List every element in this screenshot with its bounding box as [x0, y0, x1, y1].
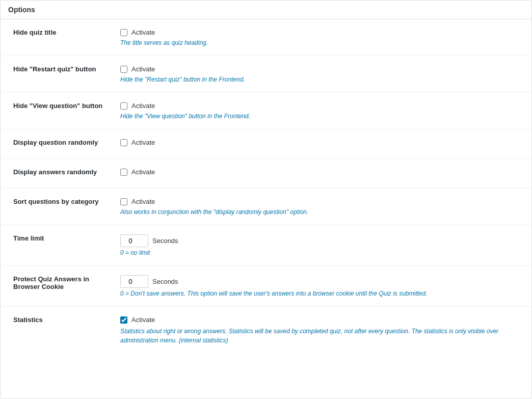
table-row: Display answers randomlyActivate — [1, 159, 531, 189]
control-cell-hide-view-question-button: ActivateHide the "View question" button … — [113, 93, 531, 129]
checkbox-display-question-randomly[interactable] — [120, 139, 127, 146]
checkbox-row-sort-questions-by-category: Activate — [120, 198, 524, 205]
checkbox-display-answers-randomly[interactable] — [120, 169, 127, 176]
checkbox-label-sort-questions-by-category: Activate — [131, 198, 155, 205]
number-input-protect-quiz-answers[interactable] — [120, 275, 148, 288]
control-cell-display-answers-randomly: Activate — [113, 159, 531, 189]
label-cell-sort-questions-by-category: Sort questions by category — [1, 189, 113, 225]
hint-text-protect-quiz-answers: 0 = Don't save answers. This option will… — [120, 290, 524, 297]
checkbox-label-display-question-randomly: Activate — [131, 139, 155, 146]
hint-text-sort-questions-by-category: Also works in conjunction with the "disp… — [120, 208, 524, 216]
options-table: Hide quiz titleActivateThe title serves … — [1, 19, 531, 354]
checkbox-row-display-answers-randomly: Activate — [120, 168, 524, 176]
table-row: Protect Quiz Answers in Browser CookieSe… — [1, 266, 531, 307]
control-cell-display-question-randomly: Activate — [113, 129, 531, 159]
hint-text-time-limit: 0 = no limit — [120, 249, 524, 256]
checkbox-label-statistics: Activate — [131, 316, 155, 324]
checkbox-label-hide-restart-button: Activate — [131, 65, 155, 73]
panel-title: Options — [8, 6, 35, 14]
checkbox-row-statistics: Activate — [120, 316, 524, 324]
checkbox-hide-view-question-button[interactable] — [120, 102, 127, 110]
label-cell-statistics: Statistics — [1, 307, 113, 355]
table-row: Time limitSeconds0 = no limit — [1, 225, 531, 266]
label-cell-hide-quiz-title: Hide quiz title — [1, 19, 113, 56]
control-cell-hide-quiz-title: ActivateThe title serves as quiz heading… — [113, 19, 531, 56]
label-cell-display-question-randomly: Display question randomly — [1, 129, 113, 159]
checkbox-label-hide-quiz-title: Activate — [131, 29, 155, 36]
checkbox-label-display-answers-randomly: Activate — [131, 168, 155, 176]
control-cell-protect-quiz-answers: Seconds0 = Don't save answers. This opti… — [113, 266, 531, 307]
table-row: StatisticsActivateStatistics about right… — [1, 307, 531, 355]
checkbox-label-hide-view-question-button: Activate — [131, 102, 155, 110]
checkbox-hide-restart-button[interactable] — [120, 66, 127, 73]
checkbox-row-display-question-randomly: Activate — [120, 139, 524, 146]
table-row: Display question randomlyActivate — [1, 129, 531, 159]
options-panel: Options Hide quiz titleActivateThe title… — [0, 0, 532, 399]
checkbox-statistics[interactable] — [120, 316, 127, 324]
checkbox-row-hide-restart-button: Activate — [120, 65, 524, 73]
table-row: Hide "View question" buttonActivateHide … — [1, 93, 531, 129]
label-cell-hide-view-question-button: Hide "View question" button — [1, 93, 113, 129]
checkbox-sort-questions-by-category[interactable] — [120, 198, 127, 205]
table-row: Sort questions by categoryActivateAlso w… — [1, 189, 531, 225]
hint-text-hide-restart-button: Hide the "Restart quiz" button in the Fr… — [120, 76, 524, 83]
control-cell-time-limit: Seconds0 = no limit — [113, 225, 531, 266]
control-cell-statistics: ActivateStatistics about right or wrong … — [113, 307, 531, 355]
input-row-protect-quiz-answers: Seconds — [120, 275, 524, 288]
label-cell-hide-restart-button: Hide "Restart quiz" button — [1, 56, 113, 93]
table-row: Hide quiz titleActivateThe title serves … — [1, 19, 531, 56]
checkbox-row-hide-quiz-title: Activate — [120, 29, 524, 36]
number-input-time-limit[interactable] — [120, 234, 148, 247]
table-row: Hide "Restart quiz" buttonActivateHide t… — [1, 56, 531, 93]
control-cell-hide-restart-button: ActivateHide the "Restart quiz" button i… — [113, 56, 531, 93]
label-cell-protect-quiz-answers: Protect Quiz Answers in Browser Cookie — [1, 266, 113, 307]
unit-label-time-limit: Seconds — [152, 237, 178, 245]
hint-text-hide-view-question-button: Hide the "View question" button in the F… — [120, 113, 524, 120]
checkbox-row-hide-view-question-button: Activate — [120, 102, 524, 110]
control-cell-sort-questions-by-category: ActivateAlso works in conjunction with t… — [113, 189, 531, 225]
unit-label-protect-quiz-answers: Seconds — [152, 278, 178, 285]
panel-header: Options — [1, 1, 531, 19]
hint-text-hide-quiz-title: The title serves as quiz heading. — [120, 39, 524, 46]
label-cell-time-limit: Time limit — [1, 225, 113, 266]
checkbox-hide-quiz-title[interactable] — [120, 29, 127, 36]
label-cell-display-answers-randomly: Display answers randomly — [1, 159, 113, 189]
hint-text-statistics: Statistics about right or wrong answers.… — [120, 327, 524, 345]
input-row-time-limit: Seconds — [120, 234, 524, 247]
